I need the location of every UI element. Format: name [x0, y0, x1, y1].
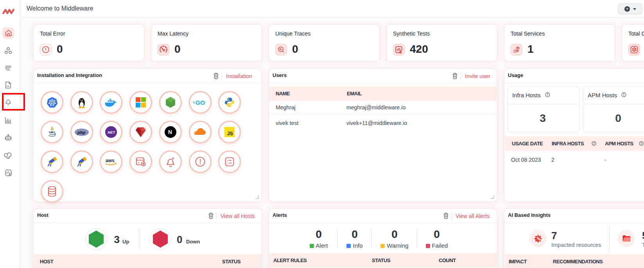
svg-text:php: php [77, 130, 85, 134]
svg-text:N: N [168, 129, 172, 135]
svg-text:GO: GO [196, 99, 205, 106]
svg-text:aws: aws [106, 158, 115, 163]
svg-text:JS: JS [227, 131, 233, 136]
svg-text:.NET: .NET [107, 130, 115, 134]
